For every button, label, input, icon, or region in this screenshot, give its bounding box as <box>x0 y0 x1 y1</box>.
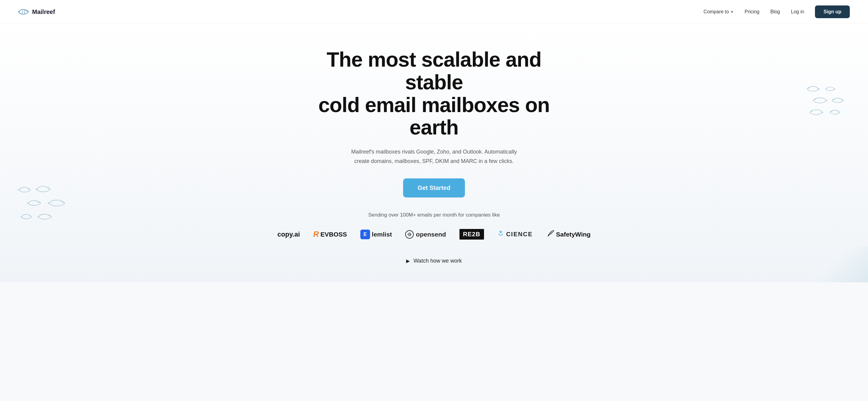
svg-point-8 <box>827 88 828 89</box>
nav-links: Compare to ▼ Pricing Blog Log in Sign up <box>704 5 850 18</box>
social-proof-text: Sending over 100M+ emails per month for … <box>368 212 500 218</box>
hero-subtitle: Mailreef's mailboxes rivals Google, Zoho… <box>343 147 525 166</box>
revboss-logo: R EVBOSS <box>313 230 347 239</box>
svg-point-9 <box>815 99 816 100</box>
compare-to-menu[interactable]: Compare to ▼ <box>704 9 734 14</box>
re2b-logo: RE2B <box>460 229 484 240</box>
signup-button[interactable]: Sign up <box>815 5 850 18</box>
watch-section[interactable]: ▶ Watch how we work <box>406 258 462 264</box>
play-icon: ▶ <box>406 258 410 264</box>
fish-icon <box>809 107 823 117</box>
lemlist-logo: E lemlist <box>360 230 392 239</box>
fish-icon <box>38 212 53 222</box>
watch-label: Watch how we work <box>413 258 462 264</box>
fish-icon <box>48 198 66 209</box>
svg-point-1 <box>28 189 29 190</box>
hero-title: The most scalable and stable cold email … <box>316 48 552 139</box>
svg-point-10 <box>833 99 835 100</box>
fish-icon <box>36 184 52 195</box>
fish-icon <box>829 108 840 116</box>
chevron-down-icon: ▼ <box>731 10 734 13</box>
logo-fish-icon <box>18 7 29 16</box>
wave-decoration <box>813 246 868 282</box>
svg-point-3 <box>38 202 39 203</box>
get-started-button[interactable]: Get Started <box>403 178 465 198</box>
login-link[interactable]: Log in <box>791 9 804 14</box>
hero-section: The most scalable and stable cold email … <box>0 24 868 282</box>
svg-point-0 <box>26 10 28 12</box>
fish-icon <box>812 95 827 106</box>
svg-point-7 <box>808 88 809 89</box>
svg-point-5 <box>29 215 30 216</box>
svg-point-6 <box>49 215 50 216</box>
fish-decoration-right <box>806 85 844 117</box>
fish-icon <box>831 96 844 105</box>
fish-icon <box>824 86 835 93</box>
opensend-logo: opensend <box>405 230 446 239</box>
company-logos: copy.ai R EVBOSS E lemlist opensend RE2B… <box>277 229 590 240</box>
fish-decoration-left <box>18 184 66 222</box>
fish-icon <box>18 186 32 195</box>
logo[interactable]: Mailreef <box>18 7 55 16</box>
fish-icon <box>806 85 819 94</box>
fish-icon <box>27 198 42 208</box>
copyai-logo: copy.ai <box>277 231 300 238</box>
pricing-link[interactable]: Pricing <box>745 9 760 14</box>
fish-icon <box>21 212 33 221</box>
logo-text: Mailreef <box>32 8 55 15</box>
safetywing-logo: SafetyWing <box>546 229 590 240</box>
svg-point-11 <box>811 110 812 112</box>
svg-point-4 <box>62 201 63 203</box>
navbar: Mailreef Compare to ▼ Pricing Blog Log i… <box>0 0 868 24</box>
blog-link[interactable]: Blog <box>770 9 780 14</box>
cience-logo: CIENCE <box>497 230 533 239</box>
svg-point-2 <box>48 188 49 189</box>
svg-point-12 <box>831 111 832 112</box>
